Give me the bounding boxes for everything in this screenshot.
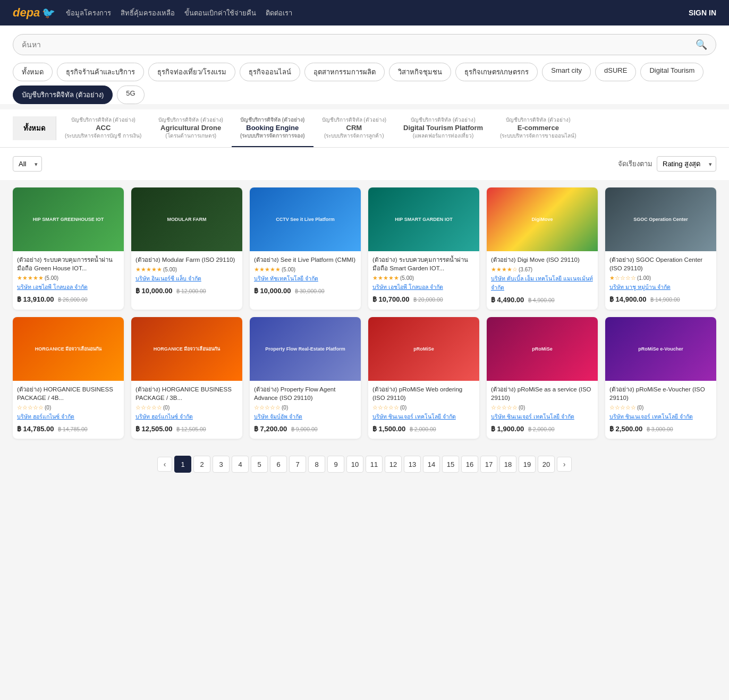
- sort-select[interactable]: Rating สูงสุด: [657, 156, 716, 172]
- cat-tab-community[interactable]: วิสาหกิจชุมชน: [389, 63, 451, 81]
- product-image: HORGANICE มีอจวาเลือนอนกัน: [131, 317, 242, 381]
- product-pricing: ฿ 7,200.00 ฿ 9,000.00: [254, 423, 357, 434]
- product-image: MODULAR FARM: [131, 187, 242, 251]
- product-card[interactable]: pRoMiSe e-Voucher (ตัวอย่าง) pRoMiSe e-V…: [605, 317, 716, 439]
- pagination-page-4[interactable]: 4: [232, 456, 249, 473]
- product-card[interactable]: MODULAR FARM (ตัวอย่าง) Modular Farm (IS…: [131, 187, 242, 310]
- cat-tab-retail[interactable]: ธุรกิจร้านค้าและบริการ: [57, 63, 144, 81]
- product-info: (ตัวอย่าง) HORGANICE BUSINESS PACKAGE / …: [131, 381, 242, 439]
- cat-tab-all[interactable]: ทั้งหมด: [13, 63, 53, 81]
- signin-button[interactable]: SIGN IN: [689, 8, 716, 17]
- product-card[interactable]: HORGANICE มีอจวาเลือนอนกัน (ตัวอย่าง) HO…: [131, 317, 242, 439]
- pagination-page-16[interactable]: 16: [461, 456, 478, 473]
- product-company[interactable]: บริษัท ทัชเทคโนโลยี จำกัด: [254, 274, 357, 283]
- cat-tab-online[interactable]: ธุรกิจออนไลน์: [240, 63, 300, 81]
- product-card[interactable]: pRoMiSe (ตัวอย่าง) pRoMiSe as a service …: [487, 317, 598, 439]
- product-stars: ☆☆☆☆☆ (0): [372, 404, 475, 411]
- sub-tab-dt-platform[interactable]: บัญชีบริการดิจิทัล (ตัวอย่าง) Digital To…: [395, 109, 491, 147]
- search-icon[interactable]: 🔍: [696, 39, 707, 50]
- product-card[interactable]: HIP SMART GARDEN IOT (ตัวอย่าง) ระบบควบค…: [368, 187, 479, 310]
- filter-select[interactable]: All: [13, 156, 42, 172]
- product-title: (ตัวอย่าง) pRoMiSe e-Voucher (ISO 29110): [609, 385, 712, 402]
- product-company[interactable]: บริษัท เอชไอพี โกลบอล จำกัด: [372, 283, 475, 292]
- product-company[interactable]: บริษัท มาชู หมู่บ้าน จำกัด: [609, 283, 712, 292]
- sub-tab-booking[interactable]: บัญชีบริการดิจิทัล (ตัวอย่าง) Booking En…: [232, 109, 313, 147]
- pagination-page-12[interactable]: 12: [385, 456, 402, 473]
- star-icons: ★★★★★: [372, 275, 399, 281]
- pagination-page-14[interactable]: 14: [423, 456, 440, 473]
- pagination-next[interactable]: ›: [557, 457, 572, 472]
- product-company[interactable]: บริษัท ดับเบิ้ล เอ็ม เทคโนโลยี แมเนจเม้น…: [491, 274, 594, 292]
- pagination-page-13[interactable]: 13: [404, 456, 421, 473]
- sub-tab-booking-desc: (ระบบบริหารจัดการการจอง): [240, 132, 305, 140]
- product-card[interactable]: DigiMove (ตัวอย่าง) Digi Move (ISO 29110…: [487, 187, 598, 310]
- pagination-page-10[interactable]: 10: [346, 456, 363, 473]
- cat-tab-tourism[interactable]: ธุรกิจท่องเที่ยว/โรงแรม: [148, 63, 235, 81]
- product-company[interactable]: บริษัท ฮอร์แกไนซ์ จำกัด: [135, 412, 238, 421]
- product-price: ฿ 13,910.00: [17, 295, 54, 303]
- pagination-page-18[interactable]: 18: [499, 456, 516, 473]
- pagination-page-9[interactable]: 9: [327, 456, 344, 473]
- pagination: ‹ 1234567891011121314151617181920›: [0, 447, 729, 481]
- product-title: (ตัวอย่าง) ระบบควบคุมการรดน้ำผ่านมือถือ …: [372, 255, 475, 272]
- product-company[interactable]: บริษัท ซินเนเจอร์ เทคโนโลยี จำกัด: [609, 412, 712, 421]
- product-image: HIP SMART GARDEN IOT: [368, 187, 479, 251]
- sub-tab-ecom-desc: (ระบบบริหารจัดการขายออนไลน์): [500, 132, 577, 140]
- pagination-page-6[interactable]: 6: [270, 456, 287, 473]
- sub-tab-crm[interactable]: บัญชีบริการดิจิทัล (ตัวอย่าง) CRM (ระบบบ…: [313, 109, 395, 147]
- nav-item-projects[interactable]: ข้อมูลโครงการ: [66, 7, 111, 19]
- pagination-page-7[interactable]: 7: [289, 456, 306, 473]
- product-card[interactable]: pRoMiSe (ตัวอย่าง) pRoMiSe Web ordering …: [368, 317, 479, 439]
- product-company[interactable]: บริษัท จัมบ์อัพ จำกัด: [254, 412, 357, 421]
- cat-tab-digital-account[interactable]: บัญชีบริการดิจิทัล (ตัวอย่าง): [13, 86, 113, 104]
- sub-tab-acc[interactable]: บัญชีบริการดิจิทัล (ตัวอย่าง) ACC (ระบบบ…: [56, 109, 150, 147]
- product-company[interactable]: บริษัท อินเนอร์ซี แล็บ จำกัด: [135, 274, 238, 283]
- product-company[interactable]: บริษัท ซินเนเจอร์ เทคโนโลยี จำกัด: [372, 412, 475, 421]
- cat-tab-manufacturing[interactable]: อุตสาหกรรมการผลิต: [304, 63, 385, 81]
- product-image-label: Property Flow Real-Estate Platform: [263, 344, 347, 354]
- product-card[interactable]: HORGANICE มีอจวาเลือนอนกัน (ตัวอย่าง) HO…: [13, 317, 124, 439]
- product-pricing: ฿ 2,500.00 ฿ 3,000.00: [609, 423, 712, 434]
- product-title: (ตัวอย่าง) HORGANICE BUSINESS PACKAGE / …: [17, 385, 120, 402]
- nav-item-reimburse[interactable]: ขั้นตอนเบิกค่าใช้จ่ายคืน: [184, 7, 256, 19]
- cat-tab-5g[interactable]: 5G: [117, 86, 144, 104]
- product-company[interactable]: บริษัท ฮอร์แกไนซ์ จำกัด: [17, 412, 120, 421]
- pagination-prev[interactable]: ‹: [157, 457, 172, 472]
- product-stars: ★☆☆☆☆ (1.00): [609, 275, 712, 281]
- nav-item-rights[interactable]: สิทธิ์คุ้มครองเหลือ: [121, 7, 175, 19]
- pagination-page-17[interactable]: 17: [480, 456, 497, 473]
- cat-tab-digital-tourism[interactable]: Digital Tourism: [640, 63, 703, 81]
- sub-tab-all[interactable]: ทั้งหมด: [13, 116, 56, 140]
- sub-tab-ecommerce[interactable]: บัญชีบริการดิจิทัล (ตัวอย่าง) E-commerce…: [491, 109, 585, 147]
- pagination-page-5[interactable]: 5: [251, 456, 268, 473]
- product-price: ฿ 4,490.00: [491, 296, 524, 304]
- pagination-page-19[interactable]: 19: [519, 456, 536, 473]
- product-company[interactable]: บริษัท ซินเนเจอร์ เทคโนโลยี จำกัด: [491, 412, 594, 421]
- pagination-page-15[interactable]: 15: [442, 456, 459, 473]
- product-price: ฿ 10,000.00: [135, 287, 172, 295]
- pagination-page-8[interactable]: 8: [308, 456, 325, 473]
- product-image-label: pRoMiSe: [411, 344, 436, 354]
- sub-tab-acc-main: ACC: [96, 124, 111, 132]
- sub-tab-agri-category: บัญชีบริการดิจิทัล (ตัวอย่าง): [158, 116, 223, 124]
- logo[interactable]: depa 🐦: [13, 6, 55, 20]
- product-image-label: DigiMove: [529, 215, 555, 224]
- product-company[interactable]: บริษัท เอชไอพี โกลบอล จำกัด: [17, 283, 120, 292]
- cat-tab-dsure[interactable]: dSURE: [595, 63, 636, 81]
- pagination-page-1[interactable]: 1: [174, 456, 191, 473]
- nav-item-contact[interactable]: ติดต่อเรา: [266, 7, 292, 19]
- pagination-page-11[interactable]: 11: [366, 456, 383, 473]
- cat-tab-smartcity[interactable]: Smart city: [542, 63, 591, 81]
- pagination-page-20[interactable]: 20: [538, 456, 555, 473]
- cat-tab-agri[interactable]: ธุรกิจเกษตร/เกษตรกร: [455, 63, 538, 81]
- product-card[interactable]: Property Flow Real-Estate Platform (ตัวอ…: [250, 317, 361, 439]
- product-card[interactable]: HIP SMART GREENHOUSE IOT (ตัวอย่าง) ระบบ…: [13, 187, 124, 310]
- pagination-page-3[interactable]: 3: [213, 456, 230, 473]
- search-input[interactable]: [22, 40, 696, 49]
- pagination-page-2[interactable]: 2: [193, 456, 210, 473]
- product-card[interactable]: SGOC Operation Center (ตัวอย่าง) SGOC Op…: [605, 187, 716, 310]
- sub-tab-agri-drone[interactable]: บัญชีบริการดิจิทัล (ตัวอย่าง) Agricultur…: [150, 109, 231, 147]
- sub-tab-agri-desc: (โดรนด้านการเกษตร): [165, 132, 216, 140]
- product-card[interactable]: CCTV See it Live Platform (ตัวอย่าง) See…: [250, 187, 361, 310]
- product-image: HORGANICE มีอจวาเลือนอนกัน: [13, 317, 124, 381]
